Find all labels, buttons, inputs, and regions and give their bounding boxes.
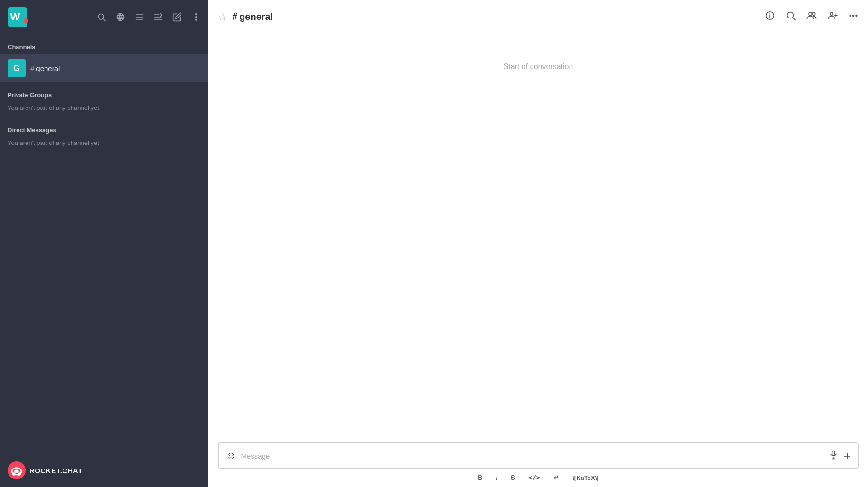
svg-point-29 — [853, 15, 854, 17]
header-search-icon[interactable] — [786, 10, 796, 23]
header-channel-name: # general — [232, 11, 273, 22]
svg-rect-31 — [832, 451, 834, 455]
message-toolbar: B i S </> ↵ \[KaTeX\] — [218, 469, 859, 487]
channels-section: Channels G # general — [0, 34, 208, 82]
sidebar-icons — [97, 12, 201, 22]
channel-general-label: general — [36, 64, 60, 72]
svg-point-23 — [809, 12, 812, 15]
message-input-area: ☺ + B i S </> ↵ \[KaTeX\] — [208, 437, 868, 487]
chat-area: Start of conversation — [208, 34, 868, 437]
rocket-chat-icon — [8, 461, 26, 479]
strikethrough-button[interactable]: S — [511, 474, 515, 481]
sidebar-header: W — [0, 0, 208, 34]
svg-point-30 — [856, 15, 857, 17]
katex-button[interactable]: \[KaTeX\] — [572, 474, 598, 481]
microphone-icon[interactable] — [829, 450, 838, 462]
direct-messages-title: Direct Messages — [0, 117, 208, 137]
svg-line-1 — [103, 18, 106, 21]
sort-icon[interactable] — [154, 12, 163, 22]
star-icon[interactable]: ☆ — [218, 11, 227, 23]
add-attachment-button[interactable]: + — [844, 449, 851, 463]
svg-point-17 — [14, 470, 19, 473]
return-button[interactable]: ↵ — [553, 474, 559, 481]
svg-point-28 — [850, 15, 851, 17]
italic-button[interactable]: i — [496, 474, 497, 481]
rocket-chat-label: ROCKET.CHAT — [29, 467, 82, 475]
svg-point-24 — [812, 12, 815, 15]
members-icon[interactable] — [806, 10, 817, 23]
header-hash: # — [232, 11, 237, 22]
channel-general-avatar: G — [8, 59, 26, 77]
main-header: ☆ # general — [208, 0, 868, 34]
svg-point-9 — [196, 13, 197, 15]
private-groups-section: Private Groups You aren't part of any ch… — [0, 82, 208, 117]
rocket-chat-logo: ROCKET.CHAT — [8, 461, 82, 479]
message-input-box: ☺ + — [218, 442, 859, 469]
compose-icon[interactable] — [172, 12, 182, 22]
direct-messages-empty: You aren't part of any channel yet — [0, 137, 208, 152]
globe-icon[interactable] — [116, 12, 125, 22]
header-more-icon[interactable] — [848, 10, 859, 23]
header-channel-label: general — [239, 11, 273, 22]
svg-point-11 — [196, 19, 197, 20]
sidebar: W — [0, 0, 208, 487]
message-input[interactable] — [241, 452, 828, 460]
direct-messages-section: Direct Messages You aren't part of any c… — [0, 117, 208, 152]
info-icon[interactable] — [765, 10, 775, 23]
channel-general-item[interactable]: G # general — [0, 54, 208, 82]
channels-section-title: Channels — [0, 34, 208, 54]
svg-point-10 — [196, 16, 197, 18]
channel-general-name: # general — [30, 64, 60, 72]
channel-hash-symbol: # — [30, 64, 34, 72]
svg-point-25 — [830, 12, 833, 15]
svg-point-16 — [18, 472, 21, 476]
list-icon[interactable] — [135, 12, 144, 22]
workspace-logo[interactable]: W — [8, 7, 27, 27]
more-vertical-icon[interactable] — [191, 12, 201, 22]
start-of-conversation-text: Start of conversation — [504, 63, 573, 71]
main-content: ☆ # general — [208, 0, 868, 487]
add-member-icon[interactable] — [827, 10, 838, 23]
svg-line-22 — [793, 18, 795, 20]
svg-point-15 — [12, 472, 16, 476]
emoji-button[interactable]: ☺ — [226, 450, 236, 462]
sidebar-footer: ROCKET.CHAT — [0, 454, 208, 487]
code-button[interactable]: </> — [528, 474, 540, 481]
private-groups-empty: You aren't part of any channel yet — [0, 102, 208, 117]
search-icon[interactable] — [97, 12, 106, 22]
bold-button[interactable]: B — [478, 474, 482, 481]
header-actions — [765, 10, 859, 23]
private-groups-title: Private Groups — [0, 82, 208, 102]
